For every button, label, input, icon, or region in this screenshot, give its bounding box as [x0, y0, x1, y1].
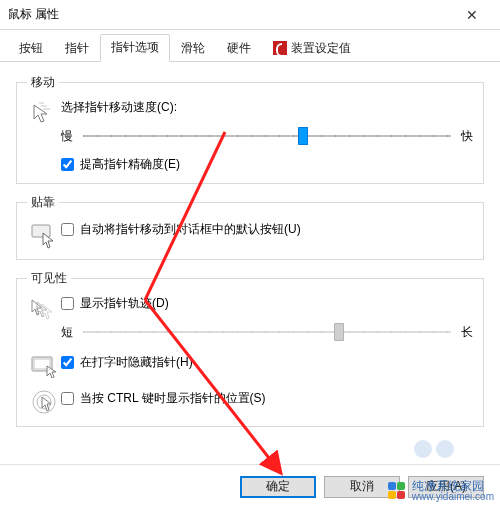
group-motion: 移动 选择指针移动速度(C): 慢 快 提 — [16, 74, 484, 184]
group-snap-legend: 贴靠 — [27, 194, 59, 211]
synaptics-icon — [273, 41, 287, 55]
hide-while-typing-checkbox[interactable]: 在打字时隐藏指针(H) — [61, 354, 473, 371]
trails-long: 长 — [461, 324, 473, 341]
tabstrip: 按钮 指针 指针选项 滑轮 硬件 装置设定值 — [0, 30, 500, 62]
tab-pointers[interactable]: 指针 — [54, 35, 100, 62]
pointer-speed-slow: 慢 — [61, 128, 73, 145]
tab-buttons[interactable]: 按钮 — [8, 35, 54, 62]
trails-icon — [27, 295, 61, 323]
svg-rect-0 — [32, 225, 50, 237]
ctrl-locate-icon — [27, 386, 61, 416]
show-trails-input[interactable] — [61, 297, 74, 310]
ctrl-locate-input[interactable] — [61, 392, 74, 405]
snap-icon — [27, 219, 61, 249]
snap-to-default-checkbox[interactable]: 自动将指针移动到对话框中的默认按钮(U) — [61, 221, 473, 238]
tab-device-settings[interactable]: 装置设定值 — [262, 35, 362, 62]
tab-pointer-options[interactable]: 指针选项 — [100, 34, 170, 62]
enhance-precision-checkbox[interactable]: 提高指针精确度(E) — [61, 156, 473, 173]
watermark-logo-icon — [388, 482, 406, 500]
enhance-precision-input[interactable] — [61, 158, 74, 171]
titlebar: 鼠标 属性 ✕ — [0, 0, 500, 30]
pointer-speed-fast: 快 — [461, 128, 473, 145]
pointer-speed-label: 选择指针移动速度(C): — [61, 99, 473, 116]
tab-hardware[interactable]: 硬件 — [216, 35, 262, 62]
close-button[interactable]: ✕ — [452, 1, 492, 29]
watermark-ghost-icon — [414, 434, 460, 464]
trails-short: 短 — [61, 324, 73, 341]
watermark: 纯净系统家园 www.yidaimei.com — [388, 480, 494, 502]
tab-wheel[interactable]: 滑轮 — [170, 35, 216, 62]
group-visibility-legend: 可见性 — [27, 270, 71, 287]
window-title: 鼠标 属性 — [8, 6, 452, 23]
snap-to-default-input[interactable] — [61, 223, 74, 236]
pointer-speed-icon — [27, 99, 61, 129]
group-motion-legend: 移动 — [27, 74, 59, 91]
show-trails-checkbox[interactable]: 显示指针轨迹(D) — [61, 295, 473, 312]
watermark-url: www.yidaimei.com — [412, 492, 494, 502]
group-snap: 贴靠 自动将指针移动到对话框中的默认按钮(U) — [16, 194, 484, 260]
hide-while-typing-input[interactable] — [61, 356, 74, 369]
pointer-speed-slider[interactable] — [83, 126, 451, 146]
hide-typing-icon — [27, 352, 61, 378]
ok-button[interactable]: 确定 — [240, 476, 316, 498]
trails-slider — [83, 322, 451, 342]
ctrl-locate-checkbox[interactable]: 当按 CTRL 键时显示指针的位置(S) — [61, 390, 473, 407]
tab-panel: 移动 选择指针移动速度(C): 慢 快 提 — [0, 62, 500, 427]
group-visibility: 可见性 显示指针轨迹(D) 短 — [16, 270, 484, 427]
